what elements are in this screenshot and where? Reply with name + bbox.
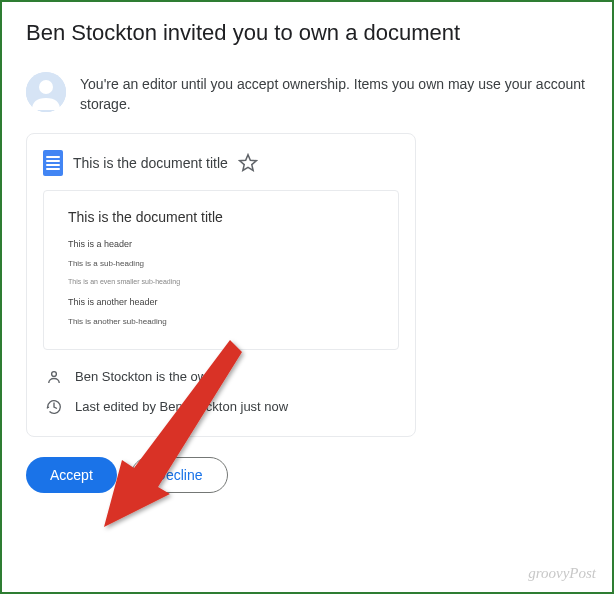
page-title: Ben Stockton invited you to own a docume… [26,20,588,46]
edited-row: Last edited by Ben Stockton just now [43,392,399,422]
decline-button[interactable]: Decline [131,457,228,493]
info-text: You're an editor until you accept owners… [80,72,588,115]
document-preview: This is the document title This is a hea… [43,190,399,350]
preview-line: This is a header [68,239,374,249]
watermark: groovyPost [528,565,596,582]
preview-line: This is an even smaller sub-heading [68,278,374,285]
person-icon [45,368,63,386]
owner-text: Ben Stockton is the owner [75,369,226,384]
doc-title[interactable]: This is the document title [73,155,228,171]
preview-line: This is another sub-heading [68,317,374,326]
owner-row: Ben Stockton is the owner [43,362,399,392]
document-card: This is the document title This is the d… [26,133,416,437]
svg-point-2 [52,371,57,376]
history-icon [45,398,63,416]
edited-text: Last edited by Ben Stockton just now [75,399,288,414]
svg-point-1 [39,80,53,94]
doc-header: This is the document title [43,150,399,176]
star-icon[interactable] [238,153,258,173]
docs-icon [43,150,63,176]
avatar [26,72,66,112]
preview-line: This is another header [68,297,374,307]
info-row: You're an editor until you accept owners… [26,72,588,115]
preview-line: This is a sub-heading [68,259,374,268]
accept-button[interactable]: Accept [26,457,117,493]
button-row: Accept Decline [26,457,588,493]
person-silhouette-icon [26,72,66,112]
preview-title: This is the document title [68,209,374,225]
